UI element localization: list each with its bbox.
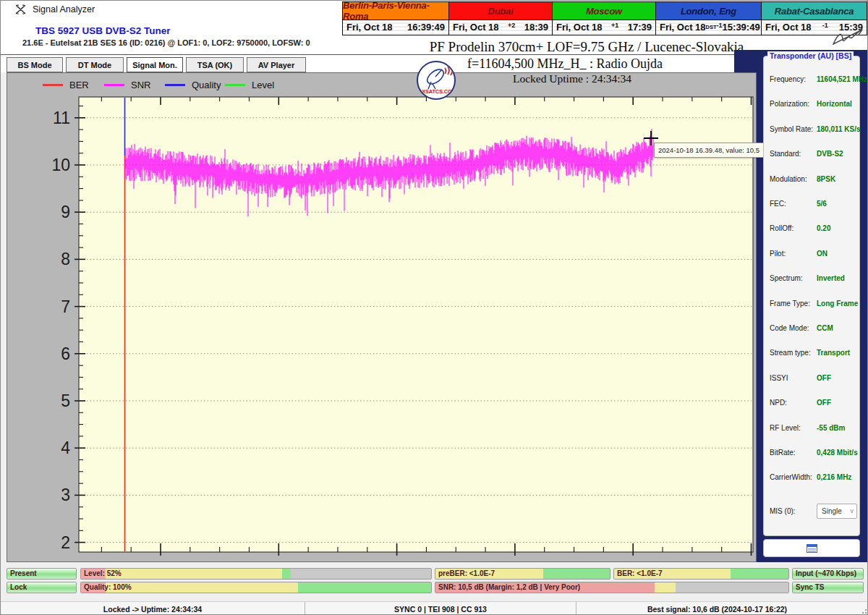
- clock-city: Dubai: [449, 2, 552, 20]
- clock-column: MoscowFri, Oct 18+117:39: [553, 1, 656, 35]
- signal-analyzer-window: Signal Analyzer Berlin-Paris-Vienna-Roma…: [0, 0, 868, 615]
- signal-chart[interactable]: [7, 72, 757, 562]
- titlebar: Signal Analyzer: [1, 1, 341, 18]
- legend-item-ber: BER: [43, 78, 89, 91]
- tuner-name: TBS 5927 USB DVB-S2 Tuner: [35, 25, 171, 36]
- transponder-row: ISSYIOFF: [764, 374, 861, 383]
- stream-list-icon: [807, 544, 817, 553]
- mis-row: MIS (0):Singlev: [764, 507, 861, 517]
- meter-quality: Quality: 100%: [80, 582, 432, 593]
- transponder-row: Standard:DVB-S2: [764, 150, 861, 159]
- transponder-row: CarrierWidth:0,216 MHz: [764, 473, 861, 483]
- satellite-dish-icon: [418, 62, 456, 91]
- mode-button-tsa-ok-[interactable]: TSA (OK): [186, 57, 244, 72]
- status-sync-counters: SYNC 0 | TEI 908 | CC 913: [305, 602, 576, 615]
- meter-level: Level: 52%: [80, 568, 432, 580]
- app-icon: [15, 4, 26, 15]
- transponder-row: Polarization:Horizontal: [764, 100, 861, 109]
- legend-item-level: Level: [225, 78, 274, 91]
- meter-snr: SNR: 10,5 dB (Margin: 1,2 dB | Very Poor…: [435, 582, 789, 593]
- clock-city: Rabat-Casablanca: [762, 2, 867, 20]
- legend-swatch: [104, 84, 124, 86]
- dxsatcs-logo: DXSATCS.COM: [417, 61, 456, 100]
- transponder-row: RF Level:-55 dBm: [764, 424, 861, 433]
- signal-meters: PresentLevel: 52%preBER: <1.0E-7BER: <1.…: [1, 562, 868, 601]
- meter-ber: BER: <1.0E-7: [613, 568, 789, 580]
- transponder-row: Stream type:Transport: [764, 349, 861, 358]
- locked-uptime-title: Locked Uptime : 24:34:34: [406, 72, 739, 85]
- logo-text: DXSATCS.COM: [418, 88, 454, 95]
- clock-column: DubaiFri, Oct 18+218:39: [449, 1, 553, 35]
- clock-city: Moscow: [553, 2, 655, 20]
- signature-pen-icon: [831, 27, 864, 47]
- transponder-row: NPD:OFF: [764, 399, 861, 408]
- transponder-row: Frequency:11604,521 MHz: [764, 75, 861, 85]
- mode-button-bs-mode[interactable]: BS Mode: [7, 57, 63, 72]
- legend-item-quality: Quality: [165, 78, 221, 91]
- clock-time: Fri, Oct 1816:39:49: [343, 20, 448, 34]
- transponder-row: FEC:5/6: [764, 200, 861, 209]
- clock-time: Fri, Oct 18DST-115:39:49: [656, 20, 761, 34]
- transponder-row: Symbol Rate:180,011 KS/s: [764, 125, 861, 135]
- world-clocks: Berlin-Paris-Vienna-RomaFri, Oct 1816:39…: [342, 1, 867, 35]
- transponder-row: RollOff:0.20: [764, 224, 861, 234]
- mis-select[interactable]: Singlev: [817, 504, 857, 519]
- clock-time: Fri, Oct 18+117:39: [553, 20, 655, 34]
- legend-swatch: [225, 84, 245, 86]
- meter-preber: preBER: <1.0E-7: [435, 568, 610, 580]
- status-bar: Locked -> Uptime: 24:34:34 SYNC 0 | TEI …: [1, 601, 868, 615]
- transponder-panel-title: Transponder (AU) [BS]: [767, 51, 854, 60]
- clock-column: London, EngFri, Oct 18DST-115:39:49: [656, 1, 762, 35]
- meter-sync-ts: Sync TS: [792, 582, 864, 593]
- legend-item-snr: SNR: [104, 78, 150, 91]
- clock-column: Berlin-Paris-Vienna-RomaFri, Oct 1816:39…: [342, 1, 449, 35]
- meter-present: Present: [7, 568, 77, 580]
- legend-swatch: [165, 84, 185, 86]
- mode-button-signal-mon-[interactable]: Signal Mon.: [127, 57, 183, 72]
- transponder-tool-button[interactable]: [763, 539, 860, 557]
- transponder-panel: Transponder (AU) [BS] Frequency:11604,52…: [763, 56, 860, 536]
- status-best-signal: Best signal: 10,6 dB (2024-10-17 16:22): [576, 602, 858, 615]
- transponder-row: BitRate:0,428 Mbit/s: [764, 449, 861, 458]
- window-title: Signal Analyzer: [33, 4, 95, 14]
- status-lock-uptime: Locked -> Uptime: 24:34:34: [1, 602, 305, 615]
- transponder-row: Spectrum:Inverted: [764, 274, 861, 284]
- cursor-tooltip: 2024-10-18 16.39.48, value: 10,5: [654, 143, 764, 158]
- clock-city: Berlin-Paris-Vienna-Roma: [343, 2, 448, 20]
- mode-button-av-player[interactable]: AV Player: [247, 57, 306, 72]
- transponder-row: Frame Type:Long Frame: [764, 300, 861, 309]
- resize-grip[interactable]: [859, 602, 868, 615]
- clock-time: Fri, Oct 18+218:39: [449, 20, 552, 34]
- transponder-row: Code Mode:CCM: [764, 324, 861, 334]
- legend-swatch: [43, 84, 63, 86]
- mode-button-dt-mode[interactable]: DT Mode: [66, 57, 124, 72]
- meter-lock: Lock: [7, 582, 77, 593]
- transponder-row: Modulation:8PSK: [764, 175, 861, 184]
- meter-input-470-kbps-: Input (~470 Kbps): [792, 568, 864, 580]
- satellite-info: 21.6E - Eutelsat 21B SES 16 (ID: 0216) @…: [22, 38, 310, 47]
- clock-city: London, Eng: [656, 2, 761, 20]
- transponder-row: Pilot:ON: [764, 250, 861, 259]
